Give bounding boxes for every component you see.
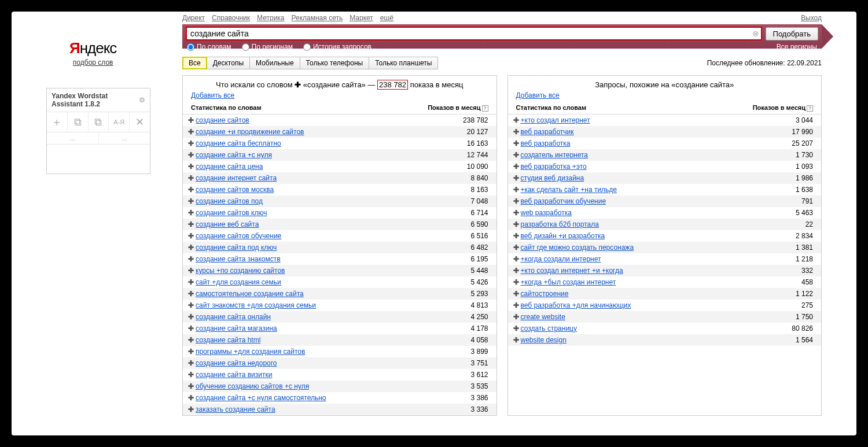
keyword-link[interactable]: разработка б2б портала (521, 220, 599, 228)
add-icon[interactable]: ✚ (512, 290, 521, 298)
keyword-link[interactable]: создание интернет сайта (196, 174, 277, 182)
keyword-link[interactable]: создатель интернета (521, 151, 589, 159)
add-icon[interactable]: ✚ (186, 301, 196, 309)
keyword-link[interactable]: создание сайта цена (196, 162, 263, 171)
add-icon[interactable]: ✚ (512, 209, 521, 217)
keyword-link[interactable]: создание сайтов обучение (196, 232, 281, 240)
keyword-link[interactable]: сайтостроение (521, 290, 569, 298)
keyword-link[interactable]: веб дизайн +и разработка (521, 232, 605, 240)
add-icon[interactable]: ✚ (512, 151, 521, 159)
copy-icon[interactable]: ⧉ (68, 112, 89, 132)
keyword-link[interactable]: сайт где можно создать персонажа (521, 243, 634, 252)
keyword-link[interactable]: программы +для создания сайтов (196, 348, 305, 356)
help-icon[interactable]: ? (482, 105, 488, 112)
tab-Только телефоны[interactable]: Только телефоны (300, 57, 370, 69)
topnav-link[interactable]: Метрика (257, 14, 284, 22)
add-icon[interactable]: ✚ (186, 290, 196, 298)
topnav-link[interactable]: Рекламная сеть (292, 14, 343, 22)
add-icon[interactable]: ✚ (186, 313, 196, 321)
add-icon[interactable]: ✚ (186, 116, 196, 124)
keyword-link[interactable]: курсы +по созданию сайтов (196, 267, 285, 275)
add-icon[interactable]: ✚ (186, 405, 196, 413)
add-icon[interactable]: ✚ (186, 348, 196, 356)
plus-icon[interactable]: ＋ (47, 112, 68, 132)
add-icon[interactable]: ✚ (512, 197, 521, 205)
keyword-link[interactable]: создание сайтов под (196, 197, 263, 205)
add-icon[interactable]: ✚ (512, 243, 521, 252)
keyword-link[interactable]: студия веб дизайна (521, 174, 584, 182)
topnav-link[interactable]: Маркет (350, 14, 373, 22)
add-icon[interactable]: ✚ (186, 255, 196, 263)
add-icon[interactable]: ✚ (512, 267, 521, 275)
add-icon[interactable]: ✚ (512, 116, 521, 124)
search-input[interactable] (187, 28, 751, 39)
add-icon[interactable]: ✚ (186, 197, 196, 205)
keyword-link[interactable]: создание сайта под ключ (196, 243, 277, 252)
keyword-link[interactable]: создание +и продвижение сайтов (196, 128, 304, 136)
add-icon[interactable]: ✚ (512, 232, 521, 240)
keyword-link[interactable]: создание сайта визитки (196, 371, 272, 379)
tab-Мобильные[interactable]: Мобильные (250, 57, 300, 69)
add-icon[interactable]: ✚ (512, 301, 521, 309)
topnav-link[interactable]: Директ (182, 14, 205, 22)
add-icon[interactable]: ✚ (512, 220, 521, 228)
keyword-link[interactable]: +кто создал интернет (521, 116, 590, 124)
keyword-link[interactable]: веб разработка (521, 139, 571, 147)
keyword-link[interactable]: создание сайта недорого (196, 359, 277, 367)
add-icon[interactable]: ✚ (186, 267, 196, 275)
keyword-link[interactable]: создание сайта html (196, 336, 260, 344)
keyword-link[interactable]: создание сайтов ключ (196, 209, 267, 217)
add-icon[interactable]: ✚ (512, 174, 521, 182)
add-icon[interactable]: ✚ (186, 371, 196, 379)
add-icon[interactable]: ✚ (186, 186, 196, 194)
keyword-link[interactable]: обучение созданию сайтов +с нуля (196, 382, 309, 390)
keyword-link[interactable]: создание сайта бесплатно (196, 139, 281, 147)
add-icon[interactable]: ✚ (186, 151, 196, 159)
keyword-link[interactable]: веб разработчик обучение (521, 197, 606, 205)
add-icon[interactable]: ✚ (186, 278, 196, 286)
close-icon[interactable]: ✕ (130, 112, 150, 132)
keyword-link[interactable]: +как сделать сайт +на тильде (521, 186, 617, 194)
add-icon[interactable]: ✚ (186, 162, 196, 171)
radio-by-words[interactable]: По словам (187, 43, 231, 51)
sort-icon[interactable]: А-Я (109, 112, 130, 132)
keyword-link[interactable]: создать страницу (521, 324, 577, 333)
submit-button[interactable]: Подобрать (766, 27, 818, 40)
logo-subtitle[interactable]: подбор слов (73, 58, 113, 67)
keyword-link[interactable]: веб разработчик (521, 128, 574, 136)
add-icon[interactable]: ✚ (512, 278, 521, 286)
logo[interactable]: Яндекс подбор слов (69, 39, 116, 67)
add-icon[interactable]: ✚ (186, 243, 196, 252)
clear-icon[interactable]: ⊗ (751, 29, 761, 38)
radio-history[interactable]: История запросов (303, 43, 372, 51)
add-icon[interactable]: ✚ (186, 174, 196, 182)
add-icon[interactable]: ✚ (186, 139, 196, 147)
keyword-link[interactable]: +кто создал интернет +и +когда (521, 267, 623, 275)
keyword-link[interactable]: веб разработка +для начинающих (521, 301, 631, 309)
add-icon[interactable]: ✚ (186, 232, 196, 240)
keyword-link[interactable]: сайт +для создания семьи (196, 278, 281, 286)
copy2-icon[interactable]: ⧉ (89, 112, 109, 132)
keyword-link[interactable]: сайт знакомств +для создания семьи (196, 301, 316, 309)
tab-Только планшеты[interactable]: Только планшеты (369, 57, 438, 69)
keyword-link[interactable]: создание сайта знакомств (196, 255, 281, 263)
keyword-link[interactable]: заказать создание сайта (196, 405, 275, 413)
add-all-right[interactable]: Добавить все (516, 91, 560, 99)
add-icon[interactable]: ✚ (186, 128, 196, 136)
keyword-link[interactable]: create website (521, 313, 565, 321)
keyword-link[interactable]: web разработка (521, 209, 572, 217)
add-icon[interactable]: ✚ (512, 162, 521, 171)
keyword-link[interactable]: +когда создали интернет (521, 255, 601, 263)
keyword-link[interactable]: создание сайта онлайн (196, 313, 271, 321)
all-regions-link[interactable]: Все регионы (777, 43, 817, 51)
logout-link[interactable]: Выход (801, 14, 822, 22)
add-icon[interactable]: ✚ (512, 313, 521, 321)
keyword-link[interactable]: создание сайтов (196, 116, 249, 124)
tab-Десктопы[interactable]: Десктопы (207, 57, 250, 69)
topnav-link[interactable]: ещё (380, 14, 393, 22)
add-icon[interactable]: ✚ (186, 209, 196, 217)
keyword-link[interactable]: создание сайтов москва (196, 186, 274, 194)
add-icon[interactable]: ✚ (512, 324, 521, 333)
add-icon[interactable]: ✚ (512, 255, 521, 263)
keyword-link[interactable]: website design (521, 336, 567, 344)
